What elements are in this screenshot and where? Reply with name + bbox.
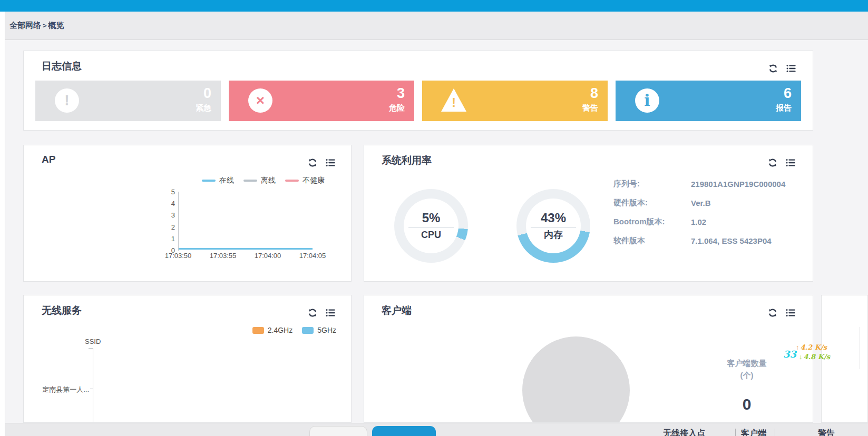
refresh-icon[interactable] [768, 158, 777, 167]
ap-chart-y-axis [178, 192, 179, 251]
list-icon[interactable] [786, 158, 795, 167]
legend-swatch-icon [252, 327, 264, 334]
legend-item-5GHz[interactable]: 5GHz [302, 326, 336, 334]
system-utilization-panel: 系统利用率 5%CPU 43%内存 序列号:219801A1GNP19C0000… [364, 145, 813, 282]
legend-label: 离线 [261, 176, 276, 185]
panel-title-wireless: 无线服务 [42, 304, 82, 318]
ap-y-tick: 3 [158, 211, 175, 219]
gauge-value: 5% [422, 211, 441, 225]
legend-label: 在线 [219, 176, 234, 185]
refresh-icon[interactable] [768, 308, 777, 318]
list-icon[interactable] [786, 308, 795, 318]
ap-y-tick: 1 [158, 235, 175, 243]
panel-title-system: 系统利用率 [382, 154, 432, 167]
legend-item-离线[interactable]: 离线 [243, 176, 276, 185]
list-icon[interactable] [326, 158, 335, 167]
wireless-service-panel: 无线服务 2.4GHz5GHz SSID 定南县第一人... [23, 295, 352, 423]
ap-panel: AP 在线离线不健康 543210 17:03:5017:03:5517:04:… [23, 145, 352, 282]
wireless-panel-actions [308, 308, 335, 318]
left-sidebar-edge [0, 12, 5, 436]
log-card-count: 8 [590, 86, 598, 102]
refresh-icon[interactable] [308, 158, 317, 167]
wireless-legend: 2.4GHz5GHz [252, 326, 336, 334]
legend-item-2.4GHz[interactable]: 2.4GHz [252, 326, 292, 334]
traffic-value: 33 [783, 349, 796, 360]
ap-panel-actions [308, 158, 335, 167]
wireless-axis-tick [90, 389, 93, 389]
clients-empty-pie [522, 336, 630, 423]
legend-swatch-icon [202, 180, 216, 182]
bottom-button-secondary[interactable] [309, 426, 367, 436]
log-card-count: 0 [203, 86, 211, 102]
bottom-toolbar: 无线接入点客户端警告 [5, 423, 868, 436]
legend-label: 不健康 [303, 176, 325, 185]
system-info-row: 序列号:219801A1GNP19C000004 [613, 174, 803, 193]
system-info-value: 219801A1GNP19C000004 [691, 180, 785, 189]
gauge-center: 5%CPU [404, 199, 459, 253]
system-info-row: 硬件版本:Ver.B [613, 193, 803, 212]
tab-separator [775, 429, 775, 436]
system-info-value: Ver.B [691, 199, 711, 207]
gauge-divider [408, 227, 454, 227]
log-card-danger[interactable]: ×3危险 [229, 81, 414, 121]
gauge-value: 43% [541, 211, 566, 225]
list-icon[interactable] [786, 64, 796, 73]
system-panel-actions [768, 158, 795, 167]
breadcrumb: 全部网络 > 概览 [5, 12, 868, 40]
cross-circle-icon: × [248, 88, 272, 113]
ap-legend: 在线离线不健康 [202, 176, 325, 185]
dashboard-screen: 全部网络 > 概览 日志信息 !0紧急×3危险!8警告i6报告 AP 在线离线不… [0, 0, 868, 436]
warning-triangle-icon: ! [441, 88, 467, 113]
legend-item-在线[interactable]: 在线 [202, 176, 234, 185]
system-info-label: 硬件版本: [613, 198, 691, 208]
bottom-button-primary[interactable] [372, 426, 436, 436]
bottom-tab-客户端[interactable]: 客户端 [733, 428, 775, 436]
wireless-chart-axis [93, 348, 93, 423]
log-card-emergency[interactable]: !0紧急 [35, 81, 221, 121]
gauge-label: CPU [421, 230, 441, 241]
clients-count-unit: (个) [705, 371, 789, 381]
gauge-label: 内存 [544, 230, 563, 241]
panel-title-clients: 客户端 [382, 304, 412, 318]
legend-swatch-icon [302, 327, 314, 334]
breadcrumb-separator-icon: > [43, 22, 47, 29]
ap-x-tick: 17:04:00 [255, 252, 281, 260]
log-card-warning[interactable]: !8警告 [422, 81, 608, 121]
bottom-tab-无线接入点[interactable]: 无线接入点 [652, 428, 716, 436]
ap-x-tick: 17:04:05 [299, 252, 326, 260]
log-info-panel: 日志信息 !0紧急×3危险!8警告i6报告 [23, 51, 813, 131]
legend-swatch-icon [285, 180, 299, 182]
legend-item-不健康[interactable]: 不健康 [285, 176, 325, 185]
refresh-icon[interactable] [308, 308, 317, 318]
system-info-label: Bootrom版本: [613, 217, 691, 227]
log-panel-actions [768, 64, 796, 73]
system-info-value: 7.1.064, ESS 5423P04 [691, 236, 772, 245]
clients-panel: 客户端 客户端数量 (个) 0 [364, 295, 813, 423]
log-card-report[interactable]: i6报告 [616, 81, 801, 121]
ap-x-tick: 17:03:55 [210, 252, 237, 260]
traffic-down-rate: ↓4.8 K/s [799, 353, 830, 361]
wireless-category-label: 定南县第一人... [26, 385, 89, 394]
legend-swatch-icon [243, 180, 257, 182]
ap-y-tick: 4 [158, 200, 175, 207]
breadcrumb-section[interactable]: 全部网络 [9, 21, 41, 31]
wireless-axis-tick [89, 348, 93, 349]
system-info-row: 软件版本7.1.064, ESS 5423P04 [613, 231, 803, 250]
system-info-label: 序列号: [613, 179, 691, 189]
refresh-icon[interactable] [768, 64, 778, 73]
log-cards: !0紧急×3危险!8警告i6报告 [35, 81, 801, 121]
list-icon[interactable] [326, 308, 335, 318]
system-info-value: 1.02 [691, 217, 706, 226]
breadcrumb-current: 概览 [48, 21, 64, 31]
gauge-divider [531, 227, 576, 227]
arrow-up-icon: ↑ [796, 343, 799, 351]
top-blue-bar [0, 0, 868, 12]
ap-series-line-在线 [179, 248, 313, 250]
legend-label: 5GHz [317, 326, 336, 334]
arrow-down-icon: ↓ [799, 353, 803, 361]
exclamation-circle-icon: ! [55, 88, 79, 113]
ap-y-tick: 5 [158, 188, 175, 196]
gauge-center: 43%内存 [526, 199, 581, 253]
system-info-row: Bootrom版本:1.02 [613, 212, 803, 231]
bottom-tab-警告[interactable]: 警告 [804, 428, 849, 436]
